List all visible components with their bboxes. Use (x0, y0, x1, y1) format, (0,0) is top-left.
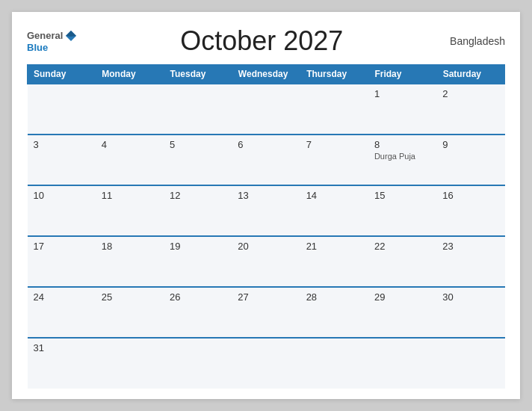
calendar-cell: 11 (96, 185, 164, 236)
calendar-cell: 7 (300, 135, 368, 185)
day-number: 12 (170, 190, 226, 201)
calendar-cell: 20 (232, 236, 300, 287)
day-number: 1 (374, 88, 430, 99)
calendar-table: SundayMondayTuesdayWednesdayThursdayFrid… (27, 64, 505, 389)
calendar-cell: 1 (368, 84, 436, 135)
day-number: 15 (374, 190, 430, 201)
calendar-cell (28, 84, 96, 135)
day-number: 7 (306, 139, 362, 150)
day-number: 29 (374, 291, 430, 303)
calendar-cell: 16 (436, 185, 504, 236)
calendar-week-row: 345678Durga Puja9 (28, 135, 505, 185)
weekday-header: Monday (96, 65, 164, 84)
day-number: 9 (442, 139, 498, 150)
calendar-cell (96, 338, 164, 389)
calendar-cell (164, 84, 232, 135)
calendar-cell: 12 (164, 185, 232, 236)
weekday-header: Sunday (28, 65, 96, 84)
calendar-title: October 2027 (78, 25, 445, 57)
calendar-cell: 14 (300, 185, 368, 236)
day-number: 13 (238, 190, 294, 201)
calendar-cell: 13 (232, 185, 300, 236)
calendar-header: General Blue October 2027 Bangladesh (27, 25, 505, 57)
calendar-cell: 23 (436, 236, 504, 287)
day-number: 26 (170, 291, 226, 303)
calendar-cell: 19 (164, 236, 232, 287)
logo-blue-text: Blue (27, 43, 78, 53)
day-number: 2 (442, 88, 498, 99)
calendar-cell: 8Durga Puja (368, 135, 436, 185)
day-number: 21 (306, 241, 362, 252)
calendar-cell: 22 (368, 236, 436, 287)
calendar-week-row: 12 (28, 84, 505, 135)
calendar-cell: 24 (28, 287, 96, 338)
calendar-cell: 5 (164, 135, 232, 185)
calendar-cell: 3 (28, 135, 96, 185)
logo-flag-icon (64, 29, 78, 43)
logo-general-text: General (27, 31, 63, 41)
day-number: 4 (102, 139, 158, 150)
day-number: 27 (238, 291, 294, 303)
calendar-cell: 28 (300, 287, 368, 338)
day-number: 23 (442, 241, 498, 252)
calendar-week-row: 17181920212223 (28, 236, 505, 287)
day-number: 28 (306, 291, 362, 303)
calendar-country: Bangladesh (445, 35, 505, 47)
day-number: 19 (170, 241, 226, 252)
weekday-header: Wednesday (232, 65, 300, 84)
calendar-cell (436, 338, 504, 389)
calendar-cell: 17 (28, 236, 96, 287)
calendar-cell: 9 (436, 135, 504, 185)
day-number: 18 (102, 241, 158, 252)
logo: General Blue (27, 29, 78, 53)
day-number: 20 (238, 241, 294, 252)
calendar-cell: 18 (96, 236, 164, 287)
calendar-cell (300, 338, 368, 389)
calendar-cell: 29 (368, 287, 436, 338)
weekday-header: Saturday (436, 65, 504, 84)
day-number: 5 (170, 139, 226, 150)
calendar-cell: 31 (28, 338, 96, 389)
calendar: General Blue October 2027 Bangladesh Sun… (12, 12, 520, 399)
calendar-cell: 4 (96, 135, 164, 185)
holiday-label: Durga Puja (374, 152, 430, 161)
calendar-cell: 6 (232, 135, 300, 185)
calendar-cell: 27 (232, 287, 300, 338)
day-number: 17 (34, 241, 90, 252)
weekday-header: Friday (368, 65, 436, 84)
calendar-cell (232, 338, 300, 389)
weekday-header: Thursday (300, 65, 368, 84)
day-number: 8 (374, 139, 430, 150)
day-number: 14 (306, 190, 362, 201)
calendar-cell: 30 (436, 287, 504, 338)
calendar-cell: 26 (164, 287, 232, 338)
calendar-cell: 2 (436, 84, 504, 135)
day-number: 10 (34, 190, 90, 201)
day-number: 16 (442, 190, 498, 201)
calendar-cell (300, 84, 368, 135)
calendar-cell (368, 338, 436, 389)
day-number: 25 (102, 291, 158, 303)
calendar-cell: 25 (96, 287, 164, 338)
day-number: 6 (238, 139, 294, 150)
day-number: 31 (34, 342, 90, 353)
calendar-cell (232, 84, 300, 135)
calendar-cell (96, 84, 164, 135)
day-number: 22 (374, 241, 430, 252)
day-number: 11 (102, 190, 158, 201)
calendar-week-row: 24252627282930 (28, 287, 505, 338)
day-number: 3 (34, 139, 90, 150)
weekday-header: Tuesday (164, 65, 232, 84)
calendar-cell: 21 (300, 236, 368, 287)
calendar-week-row: 31 (28, 338, 505, 389)
svg-marker-1 (66, 31, 76, 37)
day-number: 30 (442, 291, 498, 303)
day-number: 24 (34, 291, 90, 303)
calendar-cell (164, 338, 232, 389)
calendar-cell: 10 (28, 185, 96, 236)
calendar-week-row: 10111213141516 (28, 185, 505, 236)
calendar-cell: 15 (368, 185, 436, 236)
weekday-header-row: SundayMondayTuesdayWednesdayThursdayFrid… (28, 65, 505, 84)
